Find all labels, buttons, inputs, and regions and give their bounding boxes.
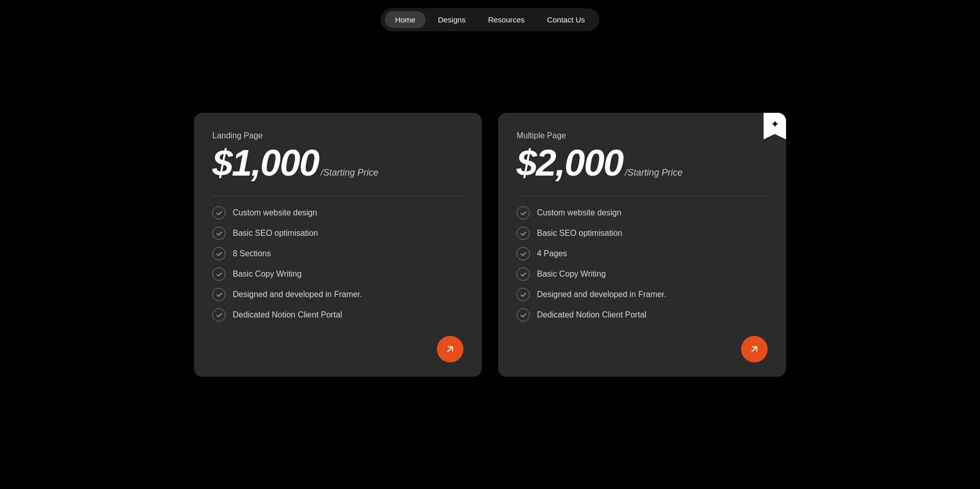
check-icon	[517, 267, 530, 281]
feature-item: Custom website design	[212, 206, 463, 219]
pricing-card-landing-page: Landing Page $1,000 /Starting Price Cust…	[194, 113, 482, 377]
nav-item-contact-us[interactable]: Contact Us	[537, 11, 595, 28]
price-label: /Starting Price	[625, 167, 682, 178]
feature-label: Dedicated Notion Client Portal	[233, 310, 342, 320]
feature-label: Designed and developed in Framer.	[537, 290, 667, 299]
check-icon	[212, 308, 226, 322]
check-icon	[212, 227, 226, 240]
feature-item: Basic SEO optimisation	[212, 227, 463, 240]
feature-item: Basic Copy Writing	[517, 267, 768, 281]
check-icon	[212, 247, 226, 260]
card-footer	[517, 336, 768, 362]
feature-label: Basic SEO optimisation	[537, 229, 622, 238]
card-price: $2,000 /Starting Price	[517, 144, 768, 181]
navigation: HomeDesignsResourcesContact Us	[381, 8, 599, 31]
plan-name: Multiple Page	[517, 131, 768, 140]
featured-badge: ✦	[764, 113, 786, 139]
card-price: $1,000 /Starting Price	[212, 144, 463, 181]
check-icon	[517, 288, 530, 301]
feature-item: 4 Pages	[517, 247, 768, 260]
star-icon: ✦	[771, 118, 779, 130]
card-divider	[517, 195, 768, 196]
feature-label: Basic Copy Writing	[537, 270, 606, 279]
feature-label: Designed and developed in Framer.	[233, 290, 362, 299]
feature-item: Dedicated Notion Client Portal	[517, 308, 768, 322]
feature-label: Dedicated Notion Client Portal	[537, 310, 646, 320]
price-amount: $1,000	[212, 144, 318, 181]
check-icon	[212, 206, 226, 219]
feature-item: Basic SEO optimisation	[517, 227, 768, 240]
price-label: /Starting Price	[321, 167, 378, 178]
feature-label: 8 Sections	[233, 249, 271, 258]
nav-item-resources[interactable]: Resources	[478, 11, 535, 28]
arrow-icon	[445, 344, 456, 355]
feature-item: Dedicated Notion Client Portal	[212, 308, 463, 322]
cta-arrow-button[interactable]	[437, 336, 463, 362]
feature-item: Basic Copy Writing	[212, 267, 463, 281]
feature-item: Designed and developed in Framer.	[517, 288, 768, 301]
feature-label: Basic Copy Writing	[233, 270, 302, 279]
check-icon	[517, 227, 530, 240]
check-icon	[212, 267, 226, 281]
feature-label: 4 Pages	[537, 249, 567, 258]
nav-item-designs[interactable]: Designs	[428, 11, 476, 28]
nav-item-home[interactable]: Home	[385, 11, 426, 28]
check-icon	[517, 308, 530, 322]
price-amount: $2,000	[517, 144, 623, 181]
feature-label: Basic SEO optimisation	[233, 229, 318, 238]
feature-item: Designed and developed in Framer.	[212, 288, 463, 301]
card-footer	[212, 336, 463, 362]
pricing-card-multiple-page: ✦ Multiple Page $2,000 /Starting Price C…	[498, 113, 786, 377]
feature-label: Custom website design	[233, 208, 317, 217]
cta-arrow-button[interactable]	[741, 336, 768, 362]
feature-item: Custom website design	[517, 206, 768, 219]
plan-name: Landing Page	[212, 131, 463, 140]
features-list: Custom website design Basic SEO optimisa…	[517, 206, 768, 322]
check-icon	[517, 206, 530, 219]
features-list: Custom website design Basic SEO optimisa…	[212, 206, 463, 322]
arrow-icon	[749, 344, 760, 355]
feature-label: Custom website design	[537, 208, 621, 217]
check-icon	[212, 288, 226, 301]
card-divider	[212, 195, 463, 196]
check-icon	[517, 247, 530, 260]
feature-item: 8 Sections	[212, 247, 463, 260]
pricing-cards: Landing Page $1,000 /Starting Price Cust…	[194, 113, 786, 377]
